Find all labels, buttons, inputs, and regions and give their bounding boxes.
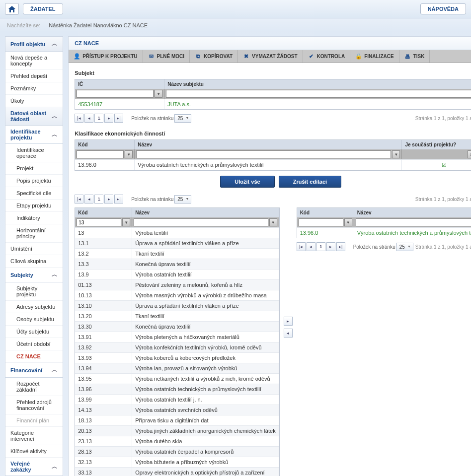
sidebar-item[interactable]: Nová depeše a koncepty <box>5 52 63 70</box>
table-row[interactable]: 13.10Úprava a spřádání textilních vláken… <box>75 300 279 311</box>
sidebar-item[interactable]: Osoby subjektu <box>5 313 63 326</box>
table-row[interactable]: 13.3Konečná úprava textilií <box>75 259 279 269</box>
filter-kod-right[interactable] <box>299 218 343 226</box>
pager-page[interactable]: 1 <box>316 242 325 251</box>
pager-last[interactable]: ▸| <box>336 242 345 251</box>
pager-size-select[interactable]: 25 <box>396 243 413 251</box>
move-right-button[interactable]: ▸ <box>284 317 293 326</box>
table-row[interactable]: 14.13Výroba ostatních svrchních oděvů <box>75 405 279 415</box>
filter-kod[interactable] <box>77 150 124 158</box>
zadatel-button[interactable]: ŽADATEL <box>23 3 63 14</box>
pager-next[interactable]: ▸ <box>104 195 113 204</box>
sidebar-item[interactable]: Identifikace operace <box>5 144 63 162</box>
home-button[interactable] <box>5 3 19 15</box>
sidebar-item[interactable]: Popis projektu <box>5 175 63 187</box>
save-all-button[interactable]: Uložit vše <box>220 176 274 188</box>
filter-icon[interactable]: ▼ <box>344 218 352 226</box>
col-nazev[interactable]: Název <box>135 140 402 149</box>
tool-kontrola[interactable]: ✔KONTROLA <box>303 50 351 63</box>
col-soucast[interactable]: Je součástí projektu? <box>402 140 471 149</box>
sidebar-item[interactable]: Klíčové aktivity <box>5 445 63 458</box>
filter-nazev-right[interactable] <box>356 218 471 226</box>
col-kod[interactable]: Kód <box>297 208 354 217</box>
sidebar-item[interactable]: Specifické cíle <box>5 187 63 200</box>
sidebar-item[interactable]: Umístění <box>5 243 63 255</box>
col-kod[interactable]: Kód <box>75 208 132 217</box>
table-row[interactable]: 13.92Výroba konfekčních textilních výrob… <box>75 342 279 352</box>
filter-icon[interactable]: ▼ <box>122 218 130 226</box>
sidebar-item[interactable]: Adresy subjektu <box>5 301 63 313</box>
pager-first[interactable]: |◂ <box>75 114 83 123</box>
pager-last[interactable]: ▸| <box>114 195 123 204</box>
sidebar-section-vz[interactable]: Veřejné zakázky︿ <box>5 458 63 476</box>
sidebar-item[interactable]: Finanční plán <box>5 414 63 427</box>
table-row[interactable]: 13Výroba textilií <box>75 227 279 238</box>
sidebar-section-profil[interactable]: Profil objektu︿ <box>5 37 63 52</box>
table-row[interactable]: 13.95Výroba netkaných textilií a výrobků… <box>75 373 279 384</box>
tool-pristup[interactable]: 👤PŘÍSTUP K PROJEKTU <box>69 50 143 63</box>
table-row[interactable]: 13.91Výroba pletených a háčkovaných mate… <box>75 332 279 342</box>
table-row[interactable]: 13.99Výroba ostatních textilií j. n. <box>75 394 279 405</box>
tool-kopirovat[interactable]: ⧉KOPÍROVAT <box>190 50 238 63</box>
table-row[interactable]: 18.13Příprava tisku a digitálních dat <box>75 415 279 425</box>
col-ic[interactable]: IČ <box>75 79 164 89</box>
breadcrumb-item[interactable]: Nanovlákno <box>93 22 122 28</box>
sidebar-item[interactable]: Indikátory <box>5 212 63 224</box>
filter-nazev-subjektu[interactable] <box>166 90 471 98</box>
filter-ic[interactable] <box>77 90 154 98</box>
sidebar-item[interactable]: Subjekty projektu <box>5 282 63 301</box>
table-row[interactable]: 01.13Pěstování zeleniny a melounů, kořen… <box>75 279 279 290</box>
sidebar-section-datova[interactable]: Datová oblast žádosti︿ <box>5 107 63 126</box>
tool-finalizace[interactable]: 🔒FINALIZACE <box>350 50 399 63</box>
breadcrumb-item[interactable]: Žadatel <box>74 22 92 28</box>
sidebar-item[interactable]: Projekt <box>5 162 63 175</box>
table-row[interactable]: 13.1Úprava a spřádání textilních vláken … <box>75 238 279 248</box>
table-row[interactable]: 13.96Výroba ostatních technických a prům… <box>75 384 279 394</box>
sidebar-item[interactable]: Kategorie intervencí <box>5 427 63 445</box>
filter-nazev[interactable] <box>136 150 391 158</box>
col-nazev-subjektu[interactable]: Název subjektu <box>164 79 471 89</box>
filter-kod-left[interactable] <box>77 218 121 226</box>
tool-plnemoci[interactable]: ✉PLNÉ MOCI <box>143 50 190 63</box>
filter-icon[interactable]: ▼ <box>155 90 162 98</box>
sidebar-item[interactable]: Horizontální principy <box>5 224 63 243</box>
table-row[interactable]: 32.13Výroba bižuterie a příbuzných výrob… <box>75 457 279 467</box>
pager-prev[interactable]: ◂ <box>84 195 93 204</box>
pager-next[interactable]: ▸ <box>326 242 335 251</box>
col-kod[interactable]: Kód <box>75 140 135 149</box>
tool-vymazat[interactable]: ✖VYMAZAT ŽÁDOST <box>238 50 303 63</box>
sidebar-item[interactable]: Účty subjektu <box>5 326 63 338</box>
sidebar-section-subjekty[interactable]: Subjekty︿ <box>5 268 63 282</box>
napoveda-button[interactable]: NÁPOVĚDA <box>420 3 466 14</box>
tool-tisk[interactable]: 🖶TISK <box>399 50 430 63</box>
table-row[interactable]: 13.20Tkaní textilií <box>75 311 279 321</box>
sidebar-item[interactable]: Poznámky <box>5 82 63 95</box>
col-nazev[interactable]: Název <box>132 208 279 217</box>
filter-icon[interactable]: ▼ <box>125 150 133 158</box>
pager-prev[interactable]: ◂ <box>307 242 315 251</box>
sidebar-item-cznace[interactable]: CZ NACE <box>5 350 63 363</box>
table-row[interactable]: 20.13Výroba jiných základních anorganick… <box>75 425 279 436</box>
move-left-button[interactable]: ◂ <box>284 329 293 338</box>
sidebar-section-financovani[interactable]: Financování︿ <box>5 363 63 378</box>
pager-page[interactable]: 1 <box>94 195 103 204</box>
pager-first[interactable]: |◂ <box>75 195 83 204</box>
pager-page[interactable]: 1 <box>94 114 103 123</box>
filter-icon[interactable]: ▼ <box>392 150 400 158</box>
table-row[interactable]: 45534187 JUTA a.s. <box>75 99 471 109</box>
sidebar-section-identifikace[interactable]: Identifikace projektu︿ <box>5 126 63 144</box>
table-row[interactable]: 13.9Výroba ostatních textilií <box>75 269 279 279</box>
table-row[interactable]: 13.93Výroba koberců a kobercových předlo… <box>75 352 279 363</box>
pager-size-select[interactable]: 25 <box>174 195 191 204</box>
sidebar-item[interactable]: Cílová skupina <box>5 255 63 268</box>
sidebar-item[interactable]: Etapy projektu <box>5 200 63 212</box>
table-row[interactable]: 13.30Konečná úprava textilií <box>75 321 279 332</box>
sidebar-item[interactable]: Přehled zdrojů financování <box>5 396 63 414</box>
sidebar-item[interactable]: Rozpočet základní <box>5 378 63 396</box>
filter-checkbox[interactable]: ☐ <box>468 150 471 158</box>
table-row[interactable]: 33.13Opravy elektronických a optických p… <box>75 467 279 476</box>
pager-last[interactable]: ▸| <box>114 114 123 123</box>
filter-nazev-left[interactable] <box>134 218 268 226</box>
table-row[interactable]: 13.96.0 Výroba ostatních technických a p… <box>75 159 471 170</box>
pager-next[interactable]: ▸ <box>104 114 113 123</box>
